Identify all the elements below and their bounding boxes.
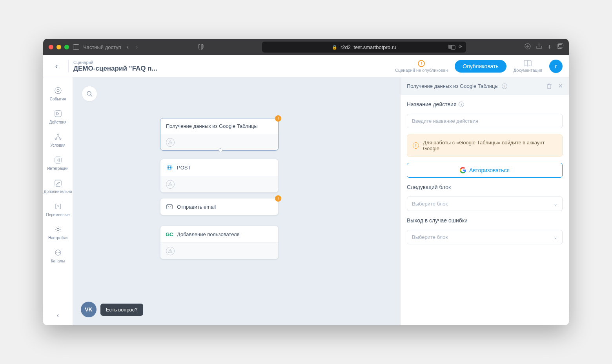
node-body	[160, 134, 278, 150]
svg-point-10	[57, 134, 59, 135]
error-badge-icon: !	[275, 195, 281, 202]
avatar[interactable]: r	[549, 60, 563, 73]
sidebar-item-label: События	[50, 97, 66, 101]
panel-body: Название действия i ! Для работы с «Goog…	[401, 95, 569, 251]
sidebar-item-label: Условия	[50, 143, 66, 147]
delete-icon[interactable]	[546, 83, 552, 89]
select-placeholder: Выберите блок	[412, 234, 448, 240]
url-text: r2d2_test.smartbotpro.ru	[341, 44, 396, 50]
help-fab[interactable]: VK Есть вопрос?	[81, 302, 143, 317]
warning-triangle-icon	[166, 180, 175, 189]
label-text: Название действия	[407, 101, 456, 107]
maximize-window-icon[interactable]	[64, 45, 69, 49]
action-name-input[interactable]	[407, 114, 563, 128]
node-header: POST	[160, 159, 278, 176]
warning-icon: !	[418, 60, 425, 67]
sidebar-collapse-icon[interactable]: ‹	[57, 312, 59, 319]
svg-point-7	[55, 87, 61, 94]
next-block-select[interactable]: Выберите блок ⌄	[407, 197, 563, 211]
canvas-node-email[interactable]: ! Отправить email	[160, 198, 279, 215]
node-port[interactable]	[219, 148, 222, 152]
warning-triangle-icon	[166, 138, 175, 147]
alert-text: Для работы с «Google Таблицы» войдите в …	[423, 140, 557, 151]
sidebar-item-events[interactable]: События	[43, 84, 73, 104]
page-title: ДЕМО-сценарий "FAQ п...	[73, 65, 157, 73]
breadcrumb: Сценарий ДЕМО-сценарий "FAQ п...	[68, 60, 157, 73]
mail-icon	[166, 203, 173, 210]
svg-point-19	[59, 252, 60, 253]
close-window-icon[interactable]	[49, 45, 53, 49]
error-exit-label: Выход в случае ошибки	[407, 217, 563, 224]
svg-rect-14	[55, 180, 61, 186]
minimize-window-icon[interactable]	[56, 45, 61, 49]
downloads-icon[interactable]	[525, 43, 531, 51]
panel-header: Получение данных из Google Таблицы i ×	[401, 77, 569, 95]
svg-point-15	[57, 228, 59, 231]
nav-forward-icon[interactable]: ›	[134, 44, 139, 51]
properties-panel: Получение данных из Google Таблицы i × Н…	[400, 77, 569, 325]
canvas-search-button[interactable]	[82, 86, 97, 102]
action-name-label: Название действия i	[407, 101, 563, 107]
error-badge-icon: !	[275, 115, 281, 122]
sidebar-item-integrations[interactable]: Интеграции	[43, 153, 73, 173]
edit-icon	[53, 178, 63, 188]
sidebar-item-variables[interactable]: Переменные	[43, 199, 73, 219]
error-exit-select[interactable]: Выберите блок ⌄	[407, 230, 563, 244]
branch-icon	[53, 132, 63, 142]
sidebar-item-conditions[interactable]: Условия	[43, 130, 73, 150]
node-body	[160, 242, 278, 259]
sidebar-item-label: Действия	[49, 120, 67, 124]
node-header: GC Добавление пользователя	[160, 226, 278, 242]
sidebar: События Действия Условия Интеграции Допо…	[43, 77, 73, 325]
docs-link[interactable]: Документация	[514, 60, 542, 73]
sidebar-toggle-icon[interactable]	[73, 44, 79, 50]
svg-rect-0	[73, 45, 79, 50]
panel-title: Получение данных из Google Таблицы	[407, 83, 499, 89]
sidebar-item-channels[interactable]: Каналы	[43, 246, 73, 266]
gc-icon: GC	[166, 231, 173, 238]
close-icon[interactable]: ×	[558, 82, 563, 90]
canvas[interactable]: ! Получение данных из Google Таблицы	[73, 77, 400, 325]
sidebar-item-label: Переменные	[46, 213, 69, 217]
app: ‹ Сценарий ДЕМО-сценарий "FAQ п... ! Сце…	[43, 55, 569, 325]
sidebar-item-label: Настройки	[48, 236, 67, 240]
node-title: Добавление пользователя	[177, 231, 240, 237]
node-header: Отправить email	[160, 198, 278, 215]
info-icon[interactable]: i	[459, 102, 464, 107]
google-icon	[460, 167, 466, 173]
sidebar-item-additional[interactable]: Дополнительно	[43, 176, 73, 196]
select-placeholder: Выберите блок	[412, 201, 448, 207]
browser-window: Частный доступ ‹ › 🔒 r2d2_test.smartbotp…	[43, 39, 569, 325]
sidebar-item-actions[interactable]: Действия	[43, 107, 73, 127]
translate-icon[interactable]: ⟳	[448, 44, 462, 50]
canvas-node-add-user[interactable]: GC Добавление пользователя	[160, 226, 279, 259]
share-icon[interactable]	[536, 43, 542, 51]
publish-button[interactable]: Опубликовать	[455, 60, 506, 73]
svg-line-21	[91, 95, 92, 96]
sidebar-item-settings[interactable]: Настройки	[43, 222, 73, 242]
address-bar[interactable]: 🔒 r2d2_test.smartbotpro.ru ⟳	[262, 42, 466, 53]
tabs-icon[interactable]	[557, 43, 563, 51]
svg-point-11	[55, 138, 56, 140]
canvas-node-post[interactable]: POST	[160, 159, 279, 193]
svg-rect-6	[559, 43, 563, 47]
book-icon	[524, 60, 532, 67]
canvas-node-google-sheets[interactable]: ! Получение данных из Google Таблицы	[160, 118, 279, 151]
back-button[interactable]: ‹	[49, 59, 64, 73]
new-tab-icon[interactable]: +	[547, 43, 552, 51]
shield-icon[interactable]	[198, 44, 204, 50]
svg-point-17	[56, 252, 57, 253]
breadcrumb-category: Сценарий	[73, 60, 157, 65]
nav-back-icon[interactable]: ‹	[125, 44, 130, 51]
node-title: POST	[177, 165, 191, 171]
info-icon[interactable]: i	[502, 84, 507, 89]
svg-rect-5	[557, 44, 562, 48]
vk-icon: VK	[81, 302, 97, 317]
svg-point-12	[60, 138, 61, 140]
publish-status: ! Сценарий не опубликован	[395, 60, 448, 73]
docs-label: Документация	[514, 68, 542, 73]
next-block-label: Следующий блок	[407, 184, 563, 190]
chevron-down-icon: ⌄	[554, 235, 557, 240]
authorize-button[interactable]: Авторизоваться	[407, 163, 563, 178]
traffic-lights	[49, 45, 69, 49]
